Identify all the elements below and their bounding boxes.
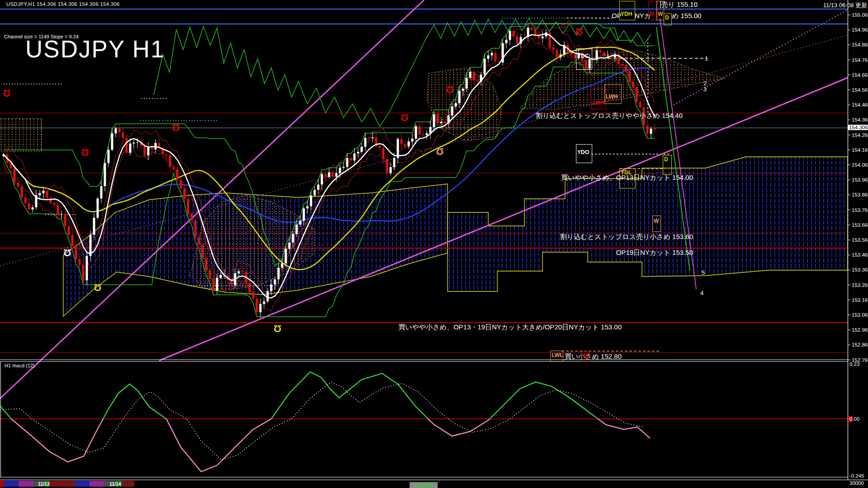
candle-down: [14, 168, 16, 182]
candle-up: [408, 141, 410, 146]
candle-down: [212, 279, 215, 291]
candle-down: [382, 148, 385, 159]
candle-up: [267, 291, 269, 301]
candle-up: [426, 133, 428, 135]
candle-up: [462, 89, 464, 91]
candle-up: [487, 56, 490, 59]
candle-up: [542, 37, 544, 38]
candle-down: [24, 197, 27, 203]
macd-signal-line: [0, 382, 644, 460]
candle-up: [288, 243, 291, 249]
candle-down: [17, 183, 19, 187]
candle-up: [238, 272, 240, 273]
candle-up: [346, 158, 349, 167]
timeline-segment: [90, 481, 104, 487]
candle-up: [466, 78, 468, 89]
macd-toggle-button[interactable]: macd ON: [410, 482, 438, 488]
marker-label-lmh: LMH: [592, 100, 604, 106]
price-axis-label: 154.060: [852, 162, 868, 168]
candle-down: [184, 188, 186, 199]
price-axis-label: 153.360: [852, 267, 868, 272]
price-axis-label: 154.860: [852, 42, 868, 47]
candle-down: [202, 244, 204, 258]
pattern-mark-icon: Ʊ: [401, 113, 409, 123]
candle-down: [126, 138, 128, 153]
chart-canvas[interactable]: 155.060154.960154.860154.760154.660154.5…: [0, 0, 868, 488]
page-title: USDJPY H1: [25, 35, 165, 63]
price-axis-label: 153.460: [852, 252, 868, 258]
order-board-annotation: 買い小さめ 152.80: [565, 352, 622, 361]
candle-down: [122, 132, 124, 138]
candle-up: [451, 106, 453, 115]
price-axis-label: 153.560: [852, 237, 868, 243]
candle-up: [491, 53, 493, 55]
candle-up: [61, 214, 63, 215]
candle-up: [285, 249, 287, 263]
price-axis-label: 152.960: [852, 327, 868, 333]
price-axis-label: 153.760: [852, 207, 868, 213]
candle-down: [473, 72, 475, 80]
candle-down: [198, 237, 200, 244]
price-axis-label: 154.560: [852, 87, 868, 93]
candle-down: [621, 64, 623, 66]
candle-down: [71, 235, 74, 246]
candle-down: [191, 214, 193, 221]
candle-up: [509, 31, 511, 40]
candle-up: [281, 263, 283, 268]
price-axis-label: 155.060: [852, 12, 868, 18]
order-board-annotation: 売り 155.10: [661, 0, 698, 9]
candle-up: [505, 40, 508, 43]
candle-down: [180, 180, 182, 188]
candle-up: [607, 56, 609, 56]
macd-axis-label: -0.245: [849, 473, 864, 479]
candle-down: [53, 203, 56, 205]
candle-up: [307, 206, 309, 208]
candle-up: [270, 285, 273, 291]
candle-up: [310, 196, 312, 206]
candle-down: [632, 82, 634, 88]
order-board-annotation: 割り込むとストップロス売りやや小さめ 154.40: [536, 112, 683, 120]
candle-down: [368, 138, 370, 138]
marker-label-d: D: [664, 156, 668, 163]
candle-up: [390, 167, 392, 174]
candle-up: [357, 152, 359, 154]
candle-up: [292, 234, 294, 243]
candle-up: [484, 59, 486, 75]
marker-label-m: M: [650, 11, 654, 17]
candle-down: [21, 187, 23, 198]
candle-down: [209, 270, 211, 279]
candle-down: [419, 126, 421, 134]
candle-down: [332, 172, 334, 177]
order-board-annotation: 買いやや小さめ、OP13・19日NYカット大きめ/OP20日NYカット 153.…: [398, 323, 622, 332]
candle-up: [137, 142, 139, 143]
candle-down: [194, 221, 197, 237]
candle-down: [379, 146, 381, 148]
price-axis-label: 153.960: [852, 177, 868, 183]
candle-up: [343, 167, 345, 168]
candle-down: [495, 53, 497, 61]
candle-down: [654, 129, 656, 130]
candle-up: [303, 208, 305, 221]
price-axis-label: 154.960: [852, 27, 868, 33]
marker-label-m: M: [583, 352, 588, 359]
candle-down: [144, 146, 146, 155]
candle-down: [75, 246, 77, 259]
candle-down: [173, 167, 175, 169]
timeline-segment: [122, 481, 134, 487]
price-axis[interactable]: 155.060154.960154.860154.760154.660154.5…: [848, 12, 868, 486]
candle-down: [513, 31, 515, 37]
candle-down: [444, 122, 446, 123]
volume-scale-label: 30000: [849, 480, 864, 486]
marker-label-ydh: YDH: [621, 11, 632, 17]
candle-up: [372, 137, 374, 138]
candle-down: [57, 205, 59, 214]
price-axis-label: 153.260: [852, 282, 868, 288]
candle-up: [97, 198, 99, 218]
timeline-segment: [4, 481, 19, 487]
ticker-line: USDJPY,H1 154.306 154.306 154.306 154.30…: [6, 1, 120, 7]
candle-up: [354, 154, 356, 160]
candle-up: [259, 304, 262, 313]
timeline-strip[interactable]: 11/1311/14: [0, 481, 134, 487]
candle-down: [28, 203, 30, 210]
candle-up: [220, 275, 222, 278]
